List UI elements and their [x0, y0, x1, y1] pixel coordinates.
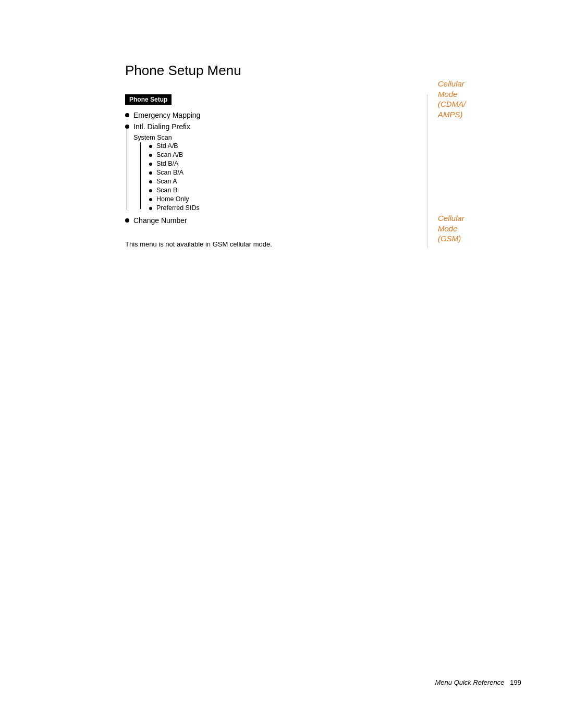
sub-item-std-ba: Std B/A	[149, 160, 200, 167]
left-column: Phone Setup Emergency Mapping Intl. Dial…	[125, 94, 427, 248]
sub-item-std-ab: Std A/B	[149, 142, 200, 150]
sub-item-scan-ba: Scan B/A	[149, 169, 200, 176]
std-ba-label: Std B/A	[156, 160, 178, 167]
change-number-label: Change Number	[133, 216, 187, 225]
scan-ba-label: Scan B/A	[156, 169, 183, 176]
page-title: Phone Setup Menu	[125, 63, 521, 79]
sub-items: Std A/B Scan A/B Std B/A	[133, 142, 200, 213]
home-only-label: Home Only	[156, 195, 189, 203]
bullet-scan-b	[149, 189, 152, 192]
bullet-home-only	[149, 198, 152, 201]
bullet-change-number	[125, 218, 129, 223]
right-column: CellularMode(CDMA/AMPS) CellularMode(GSM…	[427, 94, 521, 248]
bullet-std-ab	[149, 145, 152, 148]
cdma-label: CellularMode(CDMA/AMPS)	[427, 79, 521, 119]
gsm-label: CellularMode(GSM)	[427, 213, 521, 244]
emergency-mapping-label: Emergency Mapping	[133, 111, 200, 119]
tree-row-emergency: Emergency Mapping	[125, 111, 406, 119]
bullet-intl	[125, 125, 129, 129]
bullet-emergency	[125, 113, 129, 117]
gsm-label-text: CellularMode(GSM)	[438, 214, 464, 243]
sub-item-home-only: Home Only	[149, 195, 200, 203]
sub-item-preferred-sids: Preferred SIDs	[149, 204, 200, 212]
tree-row-intl: Intl. Dialing Prefix	[125, 122, 406, 131]
bullet-preferred-sids	[149, 207, 152, 210]
std-ab-label: Std A/B	[156, 142, 178, 150]
footer: Menu Quick Reference 199	[435, 678, 522, 686]
page-container: Phone Setup Menu Phone Setup Emergency M…	[0, 0, 563, 728]
bullet-scan-a	[149, 180, 152, 183]
system-scan-block: System Scan Std A/B Scan A/B	[125, 134, 200, 213]
bullet-scan-ba	[149, 171, 152, 175]
system-scan-label: System Scan	[133, 134, 200, 141]
scan-b-label: Scan B	[156, 187, 177, 194]
sub-item-scan-b: Scan B	[149, 187, 200, 194]
scan-a-label: Scan A	[156, 178, 177, 185]
content-area: Phone Setup Emergency Mapping Intl. Dial…	[125, 94, 521, 248]
bullet-std-ba	[149, 163, 152, 166]
footer-label: Menu Quick Reference	[435, 678, 505, 686]
intl-dialing-label: Intl. Dialing Prefix	[133, 122, 190, 131]
root-items: Emergency Mapping Intl. Dialing Prefix S…	[125, 111, 406, 225]
preferred-sids-label: Preferred SIDs	[156, 204, 200, 212]
sub-item-scan-a: Scan A	[149, 178, 200, 185]
sub-item-scan-ab: Scan A/B	[149, 151, 200, 158]
gsm-note: This menu is not available in GSM cellul…	[125, 240, 406, 248]
cdma-label-text: CellularMode(CDMA/AMPS)	[438, 79, 466, 119]
bullet-scan-ab	[149, 154, 152, 157]
menu-tree: Emergency Mapping Intl. Dialing Prefix S…	[125, 111, 406, 225]
scan-ab-label: Scan A/B	[156, 151, 183, 158]
tree-row-system-scan: System Scan Std A/B Scan A/B	[125, 134, 406, 213]
phone-setup-box: Phone Setup	[125, 94, 172, 105]
tree-row-change-number: Change Number	[125, 216, 406, 225]
footer-page-number: 199	[510, 678, 521, 686]
